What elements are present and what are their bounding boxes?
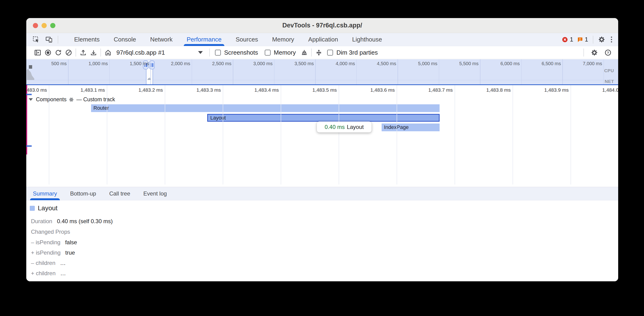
tab-memory[interactable]: Memory: [272, 33, 294, 46]
record-and-reload-button[interactable]: [53, 47, 63, 58]
net-lane-label: NET: [605, 79, 614, 84]
collect-garbage-button[interactable]: [299, 47, 309, 58]
summary-title: Layout: [38, 204, 58, 212]
overview-tick-label: 4,000 ms: [327, 61, 355, 66]
tab-event-log[interactable]: Event log: [144, 187, 167, 200]
overview-tick-label: 3,000 ms: [244, 61, 273, 66]
prop-row: – isPendingfalse: [31, 239, 77, 246]
divider: [58, 36, 58, 44]
issue-count: 1: [585, 36, 588, 43]
issues-badge[interactable]: 1: [577, 36, 588, 43]
flame-chart[interactable]: Components — Custom track RouterLayoutIn…: [26, 85, 618, 187]
screenshots-label: Screenshots: [224, 49, 258, 56]
overview-gridline: [109, 59, 110, 84]
home-button[interactable]: [103, 47, 113, 58]
record-button[interactable]: [43, 47, 53, 58]
detail-gridline: [165, 85, 165, 185]
target-selector[interactable]: 97r6ql.csb.app #1: [114, 47, 206, 58]
upload-profile-button[interactable]: [78, 47, 88, 58]
overview-gridline: [274, 59, 274, 84]
tooltip-duration: 0.40 ms: [324, 124, 344, 130]
event-bar-layout[interactable]: Layout: [207, 114, 440, 122]
error-icon: [562, 36, 568, 43]
capture-settings-gear-icon[interactable]: [589, 47, 600, 58]
clear-button[interactable]: [63, 47, 74, 58]
overview-gridline: [480, 59, 480, 84]
detail-gridline: [281, 85, 281, 185]
detail-tick-label: 1,483.1 ms: [67, 87, 105, 93]
track-suffix: — Custom track: [76, 96, 115, 103]
detail-tick-label: 1,483.8 ms: [473, 87, 511, 93]
device-toolbar-icon[interactable]: [45, 36, 52, 43]
scroll-indicator-bottom: [26, 145, 32, 147]
traffic-lights: [33, 18, 56, 33]
duration-value: 0.40 ms (self 0.30 ms): [57, 218, 113, 225]
prop-row: + isPendingtrue: [31, 249, 75, 256]
tab-call-tree[interactable]: Call tree: [109, 187, 130, 200]
detail-tick-label: 1,484.0 ms: [589, 87, 618, 93]
memory-checkbox[interactable]: [265, 50, 270, 55]
overview-tick-label: 6,500 ms: [533, 61, 561, 66]
tab-console[interactable]: Console: [113, 33, 136, 46]
minimize-window-button[interactable]: [42, 23, 47, 28]
selection-right-handle[interactable]: [149, 60, 155, 69]
more-options-icon[interactable]: [608, 36, 614, 42]
tab-network[interactable]: Network: [150, 33, 173, 46]
tab-elements[interactable]: Elements: [74, 33, 100, 46]
memory-label: Memory: [274, 49, 296, 56]
dim-3rd-parties-checkbox-row[interactable]: Dim 3rd parties: [327, 49, 378, 56]
chevron-down-icon: [198, 51, 203, 54]
inspect-element-icon[interactable]: [32, 36, 40, 43]
prop-value: true: [65, 249, 75, 256]
scroll-indicator-top: [26, 94, 32, 95]
tab-application[interactable]: Application: [308, 33, 338, 46]
dim-3rd-parties-checkbox[interactable]: [327, 50, 333, 55]
memory-checkbox-row[interactable]: Memory: [265, 49, 296, 56]
console-errors-badge[interactable]: 1: [562, 36, 573, 43]
prop-name: – isPending: [31, 239, 60, 246]
download-profile-button[interactable]: [88, 47, 98, 58]
settings-gear-icon[interactable]: [598, 36, 605, 43]
event-bar-router[interactable]: Router: [91, 104, 440, 112]
overview-gridline: [562, 59, 563, 84]
tab-summary[interactable]: Summary: [33, 187, 57, 200]
collapse-triangle-icon: [29, 98, 33, 101]
detail-tick-label: 1,483.2 ms: [125, 87, 163, 93]
event-bar-indexpage[interactable]: IndexPage: [382, 124, 440, 131]
window-titlebar: DevTools - 97r6ql.csb.app/: [26, 18, 618, 33]
detail-gridline: [454, 85, 455, 185]
issue-icon: [577, 36, 583, 43]
overview-tick-label: 5,500 ms: [450, 61, 478, 66]
close-window-button[interactable]: [33, 23, 38, 28]
tab-lighthouse[interactable]: Lighthouse: [352, 33, 382, 46]
overview-gridline: [68, 59, 68, 84]
tooltip-label: Layout: [347, 124, 364, 130]
toggle-sidebar-button[interactable]: [32, 47, 43, 58]
target-selector-value: 97r6ql.csb.app #1: [116, 49, 165, 56]
atom-icon: [69, 97, 74, 102]
devtools-tabs: ElementsConsoleNetworkPerformanceSources…: [60, 33, 382, 46]
overview-tick-label: 3,500 ms: [286, 61, 314, 66]
overview-gridline: [233, 59, 233, 84]
overview-gridline: [439, 59, 439, 84]
tab-sources[interactable]: Sources: [235, 33, 258, 46]
tab-performance[interactable]: Performance: [186, 33, 222, 46]
help-icon[interactable]: [603, 47, 613, 58]
components-track-header[interactable]: Components — Custom track: [29, 96, 115, 103]
detail-tick-label: 1,483.4 ms: [241, 87, 279, 93]
detail-gridline: [107, 85, 107, 185]
overview-gridline: [604, 59, 604, 84]
overview-gridline: [521, 59, 522, 84]
prop-name: – children: [31, 260, 56, 266]
overview-tick-label: 5,000 ms: [409, 61, 438, 66]
overview-tick-label: 6,000 ms: [492, 61, 520, 66]
performance-toolbar: 97r6ql.csb.app #1 Screenshots Memory Dim…: [26, 46, 618, 59]
timeline-overview[interactable]: CPU NET 500 ms1,000 ms1,500 ms2,000 ms2,…: [26, 59, 618, 85]
shrink-timeline-icon[interactable]: [314, 47, 324, 58]
zoom-window-button[interactable]: [50, 23, 56, 28]
detail-gridline: [339, 85, 339, 185]
tab-bottom-up[interactable]: Bottom-up: [70, 187, 96, 200]
window-title: DevTools - 97r6ql.csb.app/: [26, 22, 618, 29]
screenshots-checkbox[interactable]: [215, 50, 221, 55]
screenshots-checkbox-row[interactable]: Screenshots: [215, 49, 258, 56]
